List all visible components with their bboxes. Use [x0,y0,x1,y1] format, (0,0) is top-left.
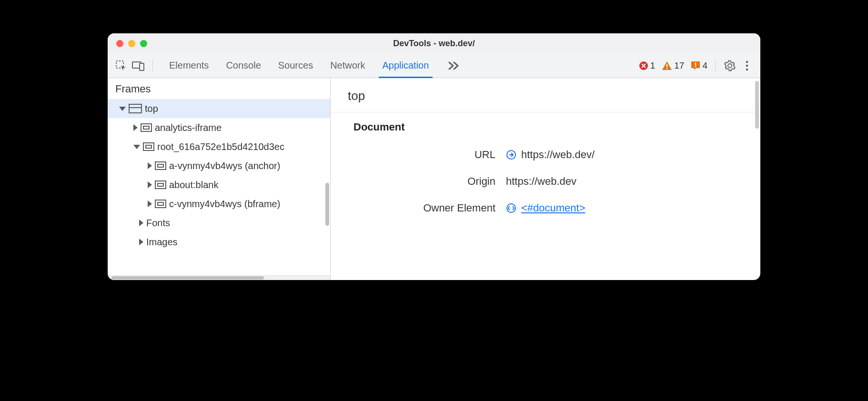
svg-rect-6 [695,62,696,65]
link-icon[interactable] [506,150,516,160]
tree-label: c-vynmy4vb4wys (bframe) [169,199,280,210]
titlebar: DevTools - web.dev/ [108,33,760,53]
prop-label-origin: Origin [353,175,506,188]
detail-pane: top Document URL https://web.dev/ Origin… [331,78,760,280]
issue-icon [691,61,700,70]
sidebar-header: Frames [108,78,330,99]
tree-row-blank[interactable]: about:blank [108,175,330,194]
chevron-down-icon[interactable] [133,145,140,149]
chevron-down-icon[interactable] [119,107,126,111]
chevron-right-icon[interactable] [148,200,152,207]
chevron-right-icon[interactable] [148,162,152,169]
warnings-counter[interactable]: 17 [662,60,684,71]
warnings-count: 17 [674,60,684,71]
svg-rect-5 [666,68,667,69]
zoom-window-button[interactable] [140,40,147,47]
iframe-icon [141,123,152,132]
kebab-menu-icon[interactable] [740,59,754,72]
tree-label: a-vynmy4vb4wys (anchor) [169,160,280,171]
tree-label: analytics-iframe [155,122,222,133]
errors-count: 1 [650,60,656,71]
settings-icon[interactable] [723,59,737,72]
tree-row-root[interactable]: root_616a752e1b5d4210d3ec [108,137,330,156]
prop-label-owner: Owner Element [353,202,506,214]
errors-counter[interactable]: 1 [639,60,656,71]
tree-label: root_616a752e1b5d4210d3ec [157,141,284,152]
tree-label: Fonts [146,218,170,229]
prop-url-text[interactable]: https://web.dev/ [521,149,595,161]
error-icon [639,61,648,70]
window-title: DevTools - web.dev/ [108,39,760,49]
scrollbar-horizontal[interactable] [111,276,264,280]
tree-row-images[interactable]: Images [108,232,330,251]
prop-value-origin: https://web.dev [506,175,743,188]
scrollbar-horizontal-track [108,275,330,280]
iframe-icon [155,200,166,208]
svg-rect-7 [695,66,696,67]
issues-count: 4 [702,60,707,71]
svg-point-9 [746,64,748,67]
tree-row-anchor[interactable]: a-vynmy4vb4wys (anchor) [108,156,330,175]
iframe-icon [143,142,154,151]
tree-label: Images [146,237,178,248]
element-icon[interactable] [506,203,516,213]
prop-origin-text: https://web.dev [506,175,576,188]
separator [152,60,153,72]
tab-elements[interactable]: Elements [169,53,209,78]
inspect-element-icon[interactable] [114,59,128,72]
chevron-right-icon[interactable] [148,181,152,188]
issues-counter[interactable]: 4 [691,60,707,71]
more-tabs-icon[interactable] [448,61,460,70]
frames-tree: top analytics-iframe root_616a752e1b5d42… [108,99,330,275]
body: Frames top analytics-iframe root_616a752… [108,78,760,280]
frame-icon [129,104,142,113]
tree-row-fonts[interactable]: Fonts [108,213,330,232]
tab-console[interactable]: Console [226,53,261,78]
svg-point-10 [746,68,748,70]
counters: 1 17 4 [639,60,707,71]
chevron-right-icon[interactable] [139,220,143,226]
prop-value-owner: <#document> [506,202,743,214]
tree-row-analytics[interactable]: analytics-iframe [108,118,330,137]
prop-value-url: https://web.dev/ [506,149,743,161]
detail-section-header: Document [331,112,760,138]
tab-network[interactable]: Network [330,53,365,78]
prop-label-url: URL [353,149,506,161]
device-toolbar-icon[interactable] [131,59,145,72]
tree-row-bframe[interactable]: c-vynmy4vb4wys (bframe) [108,194,330,213]
iframe-icon [155,180,166,189]
sidebar: Frames top analytics-iframe root_616a752… [108,78,331,280]
close-window-button[interactable] [116,40,123,47]
minimize-window-button[interactable] [128,40,135,47]
properties: URL https://web.dev/ Origin https://web.… [331,138,760,225]
tabs: Elements Console Sources Network Applica… [169,53,429,78]
separator [715,60,716,72]
svg-rect-2 [140,63,144,70]
tree-label: top [145,103,158,114]
detail-title: top [331,78,760,112]
devtools-window: DevTools - web.dev/ Elements Console Sou… [108,33,760,280]
scrollbar-vertical[interactable] [755,81,759,129]
prop-owner-link[interactable]: <#document> [521,202,585,214]
svg-point-8 [746,60,748,63]
scrollbar-vertical[interactable] [325,183,329,226]
svg-rect-4 [666,64,667,67]
toolbar: Elements Console Sources Network Applica… [108,53,760,78]
tab-application[interactable]: Application [383,53,429,78]
warning-icon [662,61,672,70]
tab-sources[interactable]: Sources [278,53,313,78]
chevron-right-icon[interactable] [139,239,143,245]
tree-label: about:blank [169,180,218,190]
tree-row-top[interactable]: top [108,99,330,118]
iframe-icon [155,161,166,170]
traffic-lights [116,40,147,47]
chevron-right-icon[interactable] [133,124,138,131]
